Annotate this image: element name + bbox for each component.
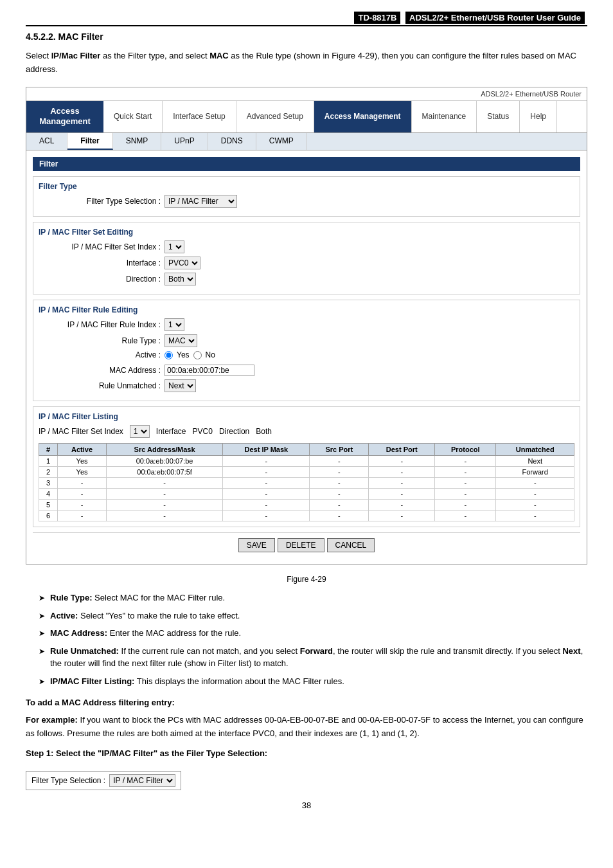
active-no-radio[interactable] [193, 351, 202, 359]
filter-type-label: Filter Type Selection : [58, 197, 161, 206]
subnav-cwmp[interactable]: CWMP [256, 133, 307, 150]
cell-1-2: 00:0a:eb:00:07:5f [106, 467, 223, 478]
active-yes-radio[interactable] [164, 351, 173, 359]
save-button[interactable]: SAVE [238, 538, 275, 552]
subnav-acl[interactable]: ACL [26, 133, 67, 150]
figure-caption: Figure 4-29 [26, 575, 587, 584]
listing-table: # Active Src Address/Mask Dest IP Mask S… [39, 443, 574, 521]
col-destport: Dest Port [369, 444, 435, 456]
table-row: 3------- [39, 478, 574, 489]
active-yes-label: Yes [177, 350, 190, 359]
nav-item-help[interactable]: Help [520, 101, 557, 133]
listing-set-index-select[interactable]: 1 [130, 425, 150, 438]
rule-index-select[interactable]: 1 [164, 318, 184, 331]
table-row: 4------- [39, 489, 574, 500]
mini-filter-type-label: Filter Type Selection : [31, 776, 105, 785]
cell-1-0: 2 [39, 467, 58, 478]
nav-item-status[interactable]: Status [477, 101, 520, 133]
cell-5-0: 6 [39, 511, 58, 521]
nav-item-maintenance[interactable]: Maintenance [412, 101, 477, 133]
mini-filter-type-select[interactable]: IP / MAC Filter [109, 774, 175, 787]
subnav-snmp[interactable]: SNMP [113, 133, 162, 150]
nav-item-quick-start[interactable]: Quick Start [103, 101, 163, 133]
cell-2-3: - [223, 478, 310, 489]
cell-0-4: - [310, 456, 369, 467]
cell-4-1: - [58, 500, 106, 511]
router-ui: ADSL2/2+ Ethernet/USB Router Access Mana… [26, 87, 587, 565]
table-row: 1Yes00:0a:eb:00:07:be----Next [39, 456, 574, 467]
rule-type-row: Rule Type : MAC [58, 334, 574, 347]
filter-type-select[interactable]: IP / MAC Filter Application Filter URL F… [164, 195, 237, 208]
table-row: 5------- [39, 500, 574, 511]
rule-type-select[interactable]: MAC [164, 334, 197, 347]
table-row: 6------- [39, 511, 574, 521]
subnav-upnp[interactable]: UPnP [161, 133, 208, 150]
active-no-label: No [206, 350, 215, 359]
example-text: For example: If you want to block the PC… [26, 714, 587, 741]
cell-3-5: - [369, 489, 435, 500]
listing-direction-value: Both [256, 427, 272, 436]
bullet-list: Rule Type: Select MAC for the MAC Filter… [26, 592, 587, 687]
mac-address-input[interactable] [164, 365, 254, 376]
rule-unmatched-select[interactable]: Next [164, 379, 196, 392]
sub-nav: ACL Filter SNMP UPnP DDNS CWMP [26, 133, 587, 150]
table-row: 2Yes00:0a:eb:00:07:5f----Forward [39, 467, 574, 478]
col-unmatched: Unmatched [496, 444, 574, 456]
delete-button[interactable]: DELETE [278, 538, 324, 552]
table-header-row: # Active Src Address/Mask Dest IP Mask S… [39, 444, 574, 456]
ip-mac-listing-section: IP / MAC Filter Listing IP / MAC Filter … [33, 406, 580, 527]
content-area: Filter Filter Type Filter Type Selection… [26, 150, 587, 564]
cell-4-3: - [223, 500, 310, 511]
filter-section-header: Filter [33, 157, 580, 171]
filter-type-row: Filter Type Selection : IP / MAC Filter … [58, 195, 574, 208]
cell-1-6: - [435, 467, 496, 478]
header-bar: TD-8817B ADSL2/2+ Ethernet/USB Router Us… [26, 13, 587, 26]
col-dest: Dest IP Mask [223, 444, 310, 456]
cell-4-6: - [435, 500, 496, 511]
nav-item-advanced-setup[interactable]: Advanced Setup [236, 101, 314, 133]
mac-address-row: MAC Address : [58, 365, 574, 376]
ip-mac-set-editing-section: IP / MAC Filter Set Editing IP / MAC Fil… [33, 222, 580, 294]
set-index-select[interactable]: 1 [164, 240, 184, 253]
cell-4-2: - [106, 500, 223, 511]
nav-item-interface-setup[interactable]: Interface Setup [163, 101, 236, 133]
interface-select[interactable]: PVC0 [164, 257, 200, 269]
ip-mac-rule-editing-section: IP / MAC Filter Rule Editing IP / MAC Fi… [33, 300, 580, 401]
cell-4-0: 5 [39, 500, 58, 511]
bullet-mac-address: MAC Address: Enter the MAC address for t… [26, 627, 587, 640]
cell-2-5: - [369, 478, 435, 489]
cell-5-4: - [310, 511, 369, 521]
cell-0-1: Yes [58, 456, 106, 467]
interface-row: Interface : PVC0 [58, 257, 574, 269]
bullet-rule-type: Rule Type: Select MAC for the MAC Filter… [26, 592, 587, 604]
step1-text: Step 1: Select the "IP/MAC Filter" as th… [26, 747, 587, 761]
cancel-button[interactable]: CANCEL [327, 538, 375, 552]
cell-3-1: - [58, 489, 106, 500]
nav-logo: Access Management [26, 101, 103, 133]
cell-5-6: - [435, 511, 496, 521]
col-protocol: Protocol [435, 444, 496, 456]
button-row: SAVE DELETE CANCEL [33, 532, 580, 557]
listing-direction-label: Direction [219, 427, 249, 436]
cell-3-4: - [310, 489, 369, 500]
subnav-ddns[interactable]: DDNS [208, 133, 256, 150]
cell-0-5: - [369, 456, 435, 467]
cell-1-1: Yes [58, 467, 106, 478]
direction-select[interactable]: Both [164, 273, 196, 285]
interface-label: Interface : [58, 258, 161, 267]
cell-0-7: Next [496, 456, 574, 467]
nav-item-access-management[interactable]: Access Management [314, 101, 412, 133]
header-title: TD-8817B ADSL2/2+ Ethernet/USB Router Us… [354, 13, 587, 23]
page-number: 38 [26, 800, 587, 810]
cell-0-3: - [223, 456, 310, 467]
listing-set-index-label: IP / MAC Filter Set Index [39, 427, 123, 436]
col-active: Active [58, 444, 106, 456]
listing-interface-value: PVC0 [193, 427, 213, 436]
rule-unmatched-label: Rule Unmatched : [58, 381, 161, 390]
subtitle-label: ADSL2/2+ Ethernet/USB Router User Guide [405, 12, 585, 24]
cell-4-5: - [369, 500, 435, 511]
direction-label: Direction : [58, 275, 161, 284]
cell-3-2: - [106, 489, 223, 500]
subnav-filter[interactable]: Filter [67, 133, 112, 150]
router-brand-label: ADSL2/2+ Ethernet/USB Router [481, 90, 582, 98]
